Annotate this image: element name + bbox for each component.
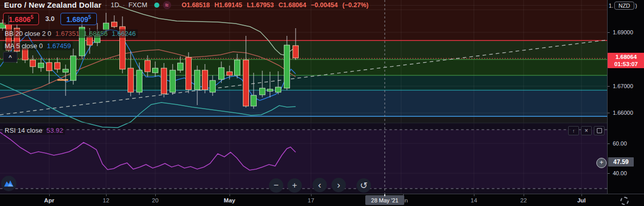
rsi-axis-badge: 47.59 xyxy=(608,157,634,167)
candle-up xyxy=(38,63,44,68)
time-axis-tick xyxy=(474,194,474,196)
background-zone xyxy=(0,116,607,123)
candle-down xyxy=(23,49,28,60)
time-axis-tick xyxy=(49,194,50,196)
candle-down xyxy=(161,68,167,94)
ohlc-token: (−0.27%) xyxy=(342,2,368,9)
bid-ask-row: 1.68065 3.0 1.68095 xyxy=(3,13,97,25)
bb-indicator-legend[interactable]: BB 20 close 2 0 1.67351 1.68456 1.66246 xyxy=(3,29,138,38)
ohlc-token: −0.00454 xyxy=(311,2,338,9)
ask-price-box[interactable]: 1.68095 xyxy=(60,13,96,25)
ma-value: 1.67459 xyxy=(47,42,71,50)
candle-up xyxy=(71,56,76,80)
last-price-value: 1.68064 xyxy=(608,53,644,60)
time-axis-tick xyxy=(311,194,311,196)
axis-settings-gear-icon[interactable] xyxy=(620,197,629,205)
candle-down xyxy=(128,68,134,92)
zoom-in-button[interactable]: + xyxy=(287,178,302,193)
ohlc-token: O1.68518 xyxy=(182,2,210,9)
ohlc-token: L1.67953 xyxy=(247,2,274,9)
time-axis-tick xyxy=(155,194,156,196)
candle-down xyxy=(55,63,60,69)
separator: · xyxy=(123,2,125,9)
interval-label[interactable]: 1D xyxy=(111,1,119,9)
candle-up xyxy=(63,69,69,72)
time-axis-label: May xyxy=(224,197,235,203)
candle-up xyxy=(235,60,240,75)
spread-value: 3.0 xyxy=(43,15,56,23)
price-axis-label: 1.69000 xyxy=(613,29,633,35)
price-axis-label: 1.67000 xyxy=(613,83,633,89)
axis-top-partial-left: 1. xyxy=(609,3,613,9)
last-price-badge: 1.68064 01:53:07 xyxy=(608,53,644,68)
zoom-out-button[interactable]: − xyxy=(269,178,283,193)
time-axis-label: Jul xyxy=(577,197,586,203)
symbol-header: Euro / New Zealand Dollar · 1D · FXCM ≈ … xyxy=(4,1,368,9)
pane-maximize-button[interactable] xyxy=(594,126,605,135)
rsi-axis-label: 60.00 xyxy=(613,140,627,147)
pane-move-up-button[interactable]: ↑ xyxy=(568,126,579,135)
ohlc-token: C1.68064 xyxy=(278,2,306,9)
time-axis[interactable]: Apr1220May17Jun1422Jul 28 May '21 xyxy=(0,194,644,206)
background-zone xyxy=(0,90,607,116)
separator: · xyxy=(105,2,107,9)
candle-up xyxy=(153,68,158,73)
background-zone xyxy=(0,75,607,90)
rsi-indicator-legend[interactable]: RSI 14 close 53.92 xyxy=(3,126,65,135)
bb-lower-value: 1.66246 xyxy=(112,30,136,37)
reset-chart-button[interactable]: ↺ xyxy=(357,178,371,193)
legend-collapse-button[interactable]: ^ xyxy=(3,52,17,63)
time-axis-label: 17 xyxy=(308,197,315,203)
background-zone xyxy=(0,59,607,75)
candle-down xyxy=(293,46,299,58)
candle-down xyxy=(227,72,233,75)
axis-tick xyxy=(608,86,610,87)
candle-down xyxy=(47,63,52,71)
ma-label: MA 5 close 0 xyxy=(5,42,43,50)
time-axis-label: 14 xyxy=(471,197,477,203)
candle-up xyxy=(267,89,273,91)
pane-close-button[interactable]: × xyxy=(581,126,592,135)
price-axis-label: 1.66000 xyxy=(613,110,633,116)
ma-indicator-legend[interactable]: MA 5 close 0 1.67459 xyxy=(3,42,73,50)
pan-right-button[interactable]: › xyxy=(331,178,346,192)
candle-down xyxy=(87,37,93,45)
time-axis-label: Apr xyxy=(44,197,54,203)
axis-tick xyxy=(608,173,610,174)
candle-up xyxy=(260,88,265,95)
exchange-label: FXCM xyxy=(129,1,148,9)
price-axis[interactable]: 1. NZD ) 1.690001.670001.6600060.0040.00… xyxy=(607,0,644,206)
candle-up xyxy=(195,70,200,90)
time-axis-label: 22 xyxy=(521,197,527,203)
time-axis-label: 20 xyxy=(152,197,159,203)
currency-badge[interactable]: NZD xyxy=(614,2,634,10)
market-status-dot-icon xyxy=(154,3,159,8)
candle-down xyxy=(112,22,117,27)
candle-up xyxy=(178,63,183,70)
candle-up xyxy=(219,68,224,79)
time-axis-tick xyxy=(106,194,107,196)
bb-basis-value: 1.67351 xyxy=(55,30,79,37)
time-axis-label: 12 xyxy=(103,197,110,203)
candle-down xyxy=(202,70,208,90)
time-axis-tick xyxy=(581,194,582,196)
pan-left-button[interactable]: ‹ xyxy=(313,178,327,192)
candle-up xyxy=(284,45,290,88)
bid-price-box[interactable]: 1.68065 xyxy=(3,13,39,25)
axis-tick xyxy=(608,143,610,144)
axis-tick xyxy=(608,32,610,33)
time-axis-tick xyxy=(524,194,524,196)
maximize-icon xyxy=(597,128,602,133)
add-alert-plus-icon[interactable]: + xyxy=(596,158,607,168)
candle-up xyxy=(170,70,176,92)
candle-down xyxy=(243,60,249,106)
candle-down xyxy=(30,60,36,67)
ohlc-values: O1.68518H1.69145L1.67953C1.68064−0.00454… xyxy=(182,2,369,9)
ohlc-token: H1.69145 xyxy=(214,2,242,9)
rsi-band-fill xyxy=(0,130,607,189)
bb-label: BB 20 close 2 0 xyxy=(5,30,51,37)
chart-logo-button[interactable] xyxy=(1,176,16,191)
bar-countdown: 01:53:07 xyxy=(608,60,644,68)
symbol-title[interactable]: Euro / New Zealand Dollar xyxy=(4,1,101,9)
time-axis-tick xyxy=(230,194,230,196)
